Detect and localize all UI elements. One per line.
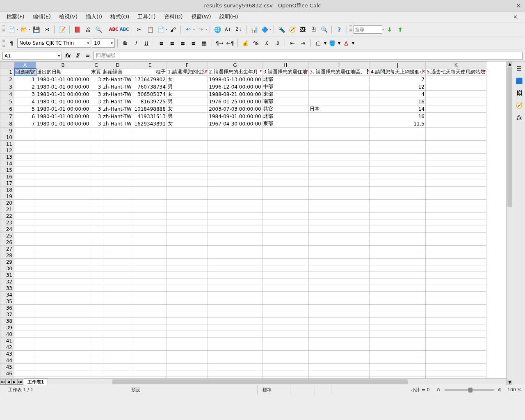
cell-C37[interactable] — [90, 311, 102, 318]
cell-J32[interactable] — [370, 278, 425, 285]
cell-B38[interactable] — [36, 318, 90, 324]
row-header-39[interactable]: 39 — [0, 324, 14, 331]
row-header-9[interactable]: 9 — [0, 128, 14, 134]
row-header-8[interactable]: 8 — [0, 120, 14, 128]
cell-K39[interactable] — [425, 324, 486, 331]
col-header-E[interactable]: E — [133, 62, 167, 68]
cell-B2[interactable]: 1980-01-01 00:00:00 — [36, 76, 90, 83]
cell-E44[interactable] — [133, 357, 167, 364]
cell-B32[interactable] — [36, 278, 90, 285]
cell-K24[interactable] — [425, 226, 486, 233]
cell-C38[interactable] — [90, 318, 102, 324]
cell-E11[interactable] — [133, 141, 167, 147]
cell-H24[interactable] — [262, 226, 308, 233]
cell-A22[interactable] — [14, 213, 36, 219]
cell-J20[interactable] — [370, 200, 425, 206]
cell-I43[interactable] — [308, 351, 370, 357]
cell-I17[interactable] — [308, 180, 370, 187]
cell-J25[interactable] — [370, 233, 425, 239]
paste-icon[interactable]: 📄 — [156, 25, 166, 34]
cell-D42[interactable] — [102, 344, 133, 351]
cell-G39[interactable] — [208, 324, 262, 331]
cell-C10[interactable] — [90, 134, 102, 141]
cell-K6[interactable] — [425, 105, 486, 113]
cell-I18[interactable] — [308, 187, 370, 193]
cell-E18[interactable] — [133, 187, 167, 193]
cell-E33[interactable] — [133, 285, 167, 292]
zoom-out-icon[interactable]: ⊖ — [435, 387, 442, 393]
cell-I7[interactable] — [308, 113, 370, 120]
cell-C26[interactable] — [90, 239, 102, 246]
cell-F25[interactable] — [167, 233, 208, 239]
cell-C5[interactable]: 3 — [90, 98, 102, 105]
menu-edit[interactable]: 編輯(E) — [30, 12, 54, 21]
cell-B10[interactable] — [36, 134, 90, 141]
cell-E24[interactable] — [133, 226, 167, 233]
col-header-H[interactable]: H — [262, 62, 308, 68]
cell-B30[interactable] — [36, 265, 90, 272]
cell-F5[interactable]: 男 — [167, 98, 208, 105]
cell-C17[interactable] — [90, 180, 102, 187]
cell-E8[interactable]: 1629343891 — [133, 120, 167, 128]
cell-E34[interactable] — [133, 292, 167, 298]
cell-G38[interactable] — [208, 318, 262, 324]
edit-icon[interactable]: 📝 — [57, 25, 67, 34]
cell-C22[interactable] — [90, 213, 102, 219]
cell-C39[interactable] — [90, 324, 102, 331]
cell-J42[interactable] — [370, 344, 425, 351]
print-icon[interactable]: 🖨 — [83, 25, 93, 34]
cell-K45[interactable] — [425, 364, 486, 370]
cell-B5[interactable]: 1980-01-01 00:00:00 — [36, 98, 90, 105]
cell-K22[interactable] — [425, 213, 486, 219]
cell-H7[interactable]: 北部 — [262, 113, 308, 120]
open-icon[interactable]: 📂 — [19, 25, 29, 34]
cell-I45[interactable] — [308, 364, 370, 370]
cell-J9[interactable] — [370, 128, 425, 134]
dec-indent-icon[interactable]: ⇤ — [288, 38, 297, 48]
cell-D12[interactable] — [102, 147, 133, 154]
cell-J23[interactable] — [370, 219, 425, 226]
row-header-4[interactable]: 4 — [0, 91, 14, 98]
cell-B45[interactable] — [36, 364, 90, 370]
cell-C31[interactable] — [90, 272, 102, 278]
cell-J3[interactable]: 12 — [370, 83, 425, 91]
cell-J18[interactable] — [370, 187, 425, 193]
cell-A16[interactable] — [14, 173, 36, 180]
cell-H15[interactable] — [262, 167, 308, 173]
cell-I2[interactable] — [308, 76, 370, 83]
cell-J19[interactable] — [370, 193, 425, 200]
cell-J22[interactable] — [370, 213, 425, 219]
cell-B6[interactable]: 1980-01-01 00:00:00 — [36, 105, 90, 113]
cell-A17[interactable] — [14, 180, 36, 187]
cell-D3[interactable]: zh-Hant-TW — [102, 83, 133, 91]
cell-G23[interactable] — [208, 219, 262, 226]
cell-I42[interactable] — [308, 344, 370, 351]
cell-C18[interactable] — [90, 187, 102, 193]
cell-H1[interactable]: 3.請選擇您的居住地 — [262, 68, 308, 76]
menu-insert[interactable]: 插入(I) — [82, 12, 105, 21]
cell-I9[interactable] — [308, 128, 370, 134]
cell-C11[interactable] — [90, 141, 102, 147]
font-name-combo[interactable]: Noto Sans CJK TC Thin▾ — [17, 39, 91, 48]
cell-H30[interactable] — [262, 265, 308, 272]
cell-E32[interactable] — [133, 278, 167, 285]
cell-G18[interactable] — [208, 187, 262, 193]
col-header-J[interactable]: J — [370, 62, 425, 68]
cell-H45[interactable] — [262, 364, 308, 370]
align-justify-icon[interactable]: ≡ — [189, 38, 199, 48]
scroll-up-icon[interactable]: ▲ — [507, 62, 512, 66]
cell-B24[interactable] — [36, 226, 90, 233]
cell-E13[interactable] — [133, 154, 167, 160]
cell-B16[interactable] — [36, 173, 90, 180]
cell-D25[interactable] — [102, 233, 133, 239]
cell-B14[interactable] — [36, 160, 90, 167]
horizontal-scrollbar[interactable] — [107, 379, 506, 385]
cell-C42[interactable] — [90, 344, 102, 351]
cell-F23[interactable] — [167, 219, 208, 226]
cell-E3[interactable]: 760738734 — [133, 83, 167, 91]
status-sum[interactable]: 小計 = 0 — [331, 385, 435, 395]
cell-D6[interactable]: zh-Hant-TW — [102, 105, 133, 113]
cell-E31[interactable] — [133, 272, 167, 278]
cell-F39[interactable] — [167, 324, 208, 331]
find-icon[interactable]: 🔦 — [276, 25, 286, 34]
